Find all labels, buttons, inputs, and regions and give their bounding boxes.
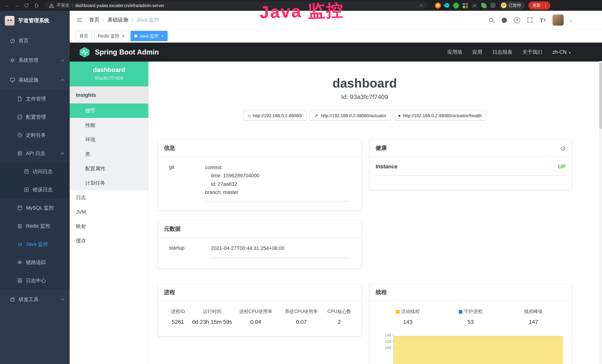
sidebar-item-file-mgmt[interactable]: 文件管理 [0, 90, 70, 108]
infrastructure-submenu: 文件管理 配置管理 定时任务 API 日志 访问日志 [0, 90, 70, 290]
gear-icon [10, 57, 15, 63]
chevron-down-icon [61, 297, 64, 300]
sba-instance-block[interactable]: dashboard 93a3fc7f7409 [70, 62, 148, 86]
profile-paused-badge[interactable]: 已暂停 [499, 1, 525, 10]
update-label: 更新 [532, 3, 541, 8]
instance-id: 93a3fc7f7409 [75, 76, 143, 81]
font-size-icon[interactable] [539, 17, 546, 23]
sidebar-item-dev-tools[interactable]: 研发工具 [0, 290, 70, 309]
tick-mark [392, 348, 393, 348]
close-icon[interactable] [122, 33, 125, 39]
health-instance-row[interactable]: Instance UP [375, 163, 567, 176]
sba-item-environment[interactable]: 环境 [70, 132, 148, 147]
sidebar-item-redis-monitor[interactable]: Redis 监控 [0, 217, 70, 235]
health-card: 健康 Instance UP [370, 140, 572, 190]
sba-item-caches[interactable]: 缓存 [70, 234, 148, 248]
address-bar[interactable]: 不安全 dashboard.yudao.iocoder.cn/infra/adm… [45, 1, 427, 9]
home-link-button[interactable]: http://192.168.0.2:48080/ [243, 110, 307, 120]
process-card-title: 进程 [158, 284, 361, 301]
sba-item-logs[interactable]: 日志 [70, 190, 148, 205]
sba-item-metrics[interactable]: 性能 [70, 118, 148, 132]
info-key: git [169, 163, 205, 201]
profile-paused-label: 已暂停 [509, 3, 521, 8]
close-icon[interactable] [161, 33, 164, 39]
threads-card-body: 活动线程 143 守护进程 53 线程峰值 14 [370, 301, 572, 364]
hamburger-icon[interactable] [76, 17, 83, 23]
breadcrumb-infra[interactable]: 基础设施 [108, 17, 128, 23]
sidebar-item-mysql-monitor[interactable]: MySQL 监控 [0, 199, 70, 217]
metadata-value: 2021-04-27T00:44:31.254+08:00 [211, 244, 350, 258]
tags-view: 首页 Redis 监控 Java 监控 [70, 30, 602, 43]
extension-drop-icon[interactable] [444, 2, 451, 9]
extension-lion-icon[interactable] [435, 2, 441, 8]
extension-leaf-icon[interactable] [481, 3, 486, 8]
extension-on-badge[interactable]: on [472, 2, 478, 8]
page-scrollbar[interactable] [599, 61, 602, 364]
sidebar-item-log-center[interactable]: 日志中心 [0, 271, 70, 290]
sidebar-item-access-logs[interactable]: 访问日志 [0, 162, 70, 181]
sba-item-mappings[interactable]: 映射 [70, 219, 148, 234]
health-link-button[interactable]: http://192.168.0.2:48080/actuator/health [394, 110, 486, 120]
fullscreen-icon[interactable] [527, 17, 533, 23]
process-col-cores: CPU核心数 2 [324, 309, 355, 325]
github-icon[interactable] [501, 17, 508, 23]
sidebar-item-infrastructure[interactable]: 基础设施 [0, 70, 70, 90]
ytick-120: 120 [376, 339, 391, 344]
sba-nav-applications[interactable]: 应用 [473, 49, 483, 55]
tick-mark [392, 335, 393, 335]
sba-nav-wallboard[interactable]: 应用墙 [447, 49, 462, 55]
sba-item-classes[interactable]: 类 [70, 147, 148, 161]
info-row-git: git commit: time: 1596289704000 id: 27aa… [164, 163, 355, 201]
url-text[interactable]: dashboard.yudao.iocoder.cn/infra/admin-s… [75, 3, 164, 8]
extension-grid-icon[interactable] [463, 3, 468, 8]
search-icon[interactable] [488, 17, 495, 23]
browser-home-icon[interactable] [34, 3, 40, 8]
sidebar-item-api-logs[interactable]: API 日志 [0, 144, 70, 162]
breadcrumb-home[interactable]: 首页 [89, 17, 99, 23]
sba-language-select[interactable]: zh-CN [552, 49, 571, 55]
page-instance-id: Id: 93a3fc7f7409 [158, 94, 571, 101]
sba-item-jvm[interactable]: JVM [70, 205, 148, 219]
sidebar-item-scheduled-jobs[interactable]: 定时任务 [0, 126, 70, 144]
app-menu: 首页 系统管理 基础设施 文件管理 配置管理 [0, 31, 70, 309]
security-warning-label: 不安全 [57, 3, 70, 8]
instance-name: dashboard [75, 66, 143, 74]
extension-paw-icon[interactable] [490, 3, 496, 8]
error-log-icon [24, 187, 29, 193]
sidebar-item-tracing[interactable]: 链路追踪 [0, 253, 70, 271]
sba-nav-journal[interactable]: 日志报表 [493, 49, 512, 55]
forward-icon[interactable] [14, 2, 20, 9]
history-icon[interactable] [560, 145, 566, 151]
sba-item-config-props[interactable]: 配置属性 [70, 161, 148, 176]
sidebar-item-home[interactable]: 首页 [0, 31, 70, 50]
sidebar-item-error-logs[interactable]: 错误日志 [0, 181, 70, 199]
tab-java-monitor[interactable]: Java 监控 [130, 31, 167, 41]
sidebar-item-config-mgmt[interactable]: 配置管理 [0, 108, 70, 126]
info-card-title: 信息 [158, 140, 361, 157]
sidebar-item-java-monitor[interactable]: Java 监控 [0, 235, 70, 253]
sba-nav-about[interactable]: 关于我们 [522, 49, 542, 55]
app-logo-row[interactable]: 芋道管理系统 [0, 11, 70, 31]
avatar-caret-icon[interactable] [570, 17, 572, 23]
back-icon[interactable] [4, 2, 10, 9]
help-icon[interactable] [514, 17, 520, 23]
sba-content: dashboard Id: 93a3fc7f7409 http://192.16… [149, 62, 602, 364]
tab-home[interactable]: 首页 [76, 31, 92, 41]
sba-sidebar: dashboard 93a3fc7f7409 Insights 细节 性能 环境… [70, 62, 149, 364]
scrollbar-thumb[interactable] [599, 62, 602, 129]
extension-green-icon[interactable] [453, 2, 459, 8]
sidebar-item-system-mgmt[interactable]: 系统管理 [0, 50, 70, 70]
sba-item-details[interactable]: 细节 [70, 104, 148, 118]
update-button[interactable]: 更新 [528, 1, 550, 10]
legend-active-threads: 活动线程 143 [376, 309, 439, 325]
bookmark-star-icon[interactable] [419, 3, 423, 8]
sba-item-scheduled-tasks[interactable]: 计划任务 [70, 176, 148, 190]
menu-kebab-icon[interactable] [543, 3, 548, 8]
status-badge: UP [558, 163, 566, 170]
sba-brand[interactable]: Spring Boot Admin [79, 46, 159, 58]
tab-redis-monitor[interactable]: Redis 监控 [94, 31, 128, 41]
actuator-link-button[interactable]: http://192.168.0.2:48080/actuator [310, 110, 391, 120]
reload-icon[interactable] [24, 3, 30, 8]
health-card-header: 健康 [370, 140, 572, 157]
user-avatar[interactable] [552, 14, 564, 26]
